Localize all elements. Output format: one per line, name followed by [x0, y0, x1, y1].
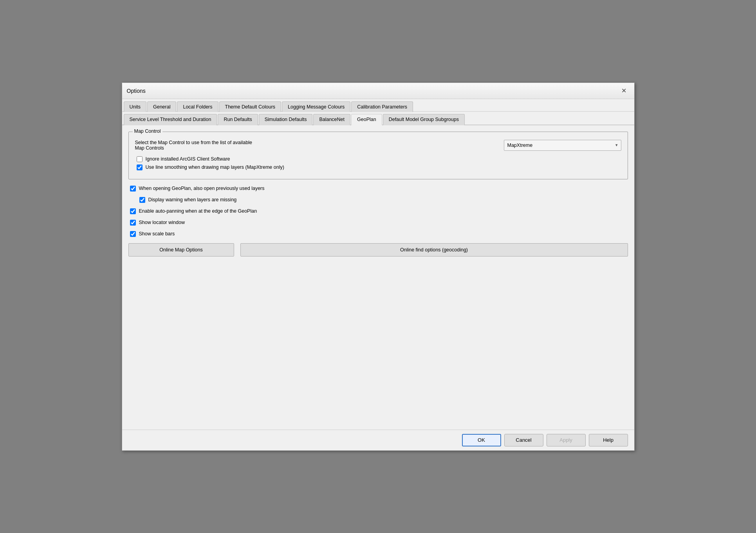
apply-button[interactable]: Apply [547, 434, 586, 446]
auto-panning-row: Enable auto-panning when at the edge of … [130, 208, 628, 214]
tab-logging-message-colours[interactable]: Logging Message Colours [282, 101, 350, 112]
show-locator-label[interactable]: Show locator window [139, 220, 185, 225]
display-warning-checkbox[interactable] [139, 197, 145, 203]
line-smoothing-row: Use line smoothing when drawing map laye… [137, 164, 621, 170]
tab-service-level[interactable]: Service Level Threshold and Duration [124, 114, 217, 125]
open-layers-label[interactable]: When opening GeoPlan, also open previous… [139, 186, 265, 191]
display-warning-label[interactable]: Display warning when layers are missing [148, 197, 237, 202]
tab-units[interactable]: Units [124, 101, 146, 112]
open-layers-checkbox[interactable] [130, 186, 136, 192]
tabs-row-2: Service Level Threshold and Duration Run… [122, 112, 634, 125]
ok-button[interactable]: OK [462, 434, 501, 446]
tabs-row-1: Units General Local Folders Theme Defaul… [122, 99, 634, 112]
open-layers-row: When opening GeoPlan, also open previous… [130, 186, 628, 192]
tab-local-folders[interactable]: Local Folders [177, 101, 218, 112]
close-button[interactable]: ✕ [619, 86, 630, 96]
tab-simulation-defaults[interactable]: Simulation Defaults [259, 114, 313, 125]
line-smoothing-checkbox[interactable] [137, 164, 143, 170]
tab-run-defaults[interactable]: Run Defaults [218, 114, 258, 125]
tab-balance-net[interactable]: BalanceNet [313, 114, 350, 125]
map-control-dropdown[interactable]: MapXtreme ▾ [504, 140, 621, 151]
dropdown-arrow-icon: ▾ [615, 143, 618, 148]
map-control-group-title: Map Control [133, 128, 162, 134]
ignore-arcgis-checkbox[interactable] [137, 156, 143, 162]
dialog-title: Options [127, 88, 146, 94]
action-buttons-row: Online Map Options Online find options (… [128, 243, 628, 257]
show-locator-checkbox[interactable] [130, 220, 136, 226]
content-area: Map Control Select the Map Control to us… [122, 125, 634, 430]
help-button[interactable]: Help [589, 434, 628, 446]
tab-calibration-parameters[interactable]: Calibration Parameters [351, 101, 413, 112]
online-find-options-button[interactable]: Online find options (geocoding) [240, 243, 628, 257]
online-map-options-button[interactable]: Online Map Options [128, 243, 234, 257]
map-control-group: Map Control Select the Map Control to us… [128, 132, 628, 179]
show-scale-row: Show scale bars [130, 231, 628, 237]
show-locator-row: Show locator window [130, 220, 628, 226]
ignore-arcgis-row: Ignore installed ArcGIS Client Software [137, 156, 621, 162]
display-warning-row: Display warning when layers are missing [139, 197, 628, 203]
show-scale-label[interactable]: Show scale bars [139, 231, 175, 237]
line-smoothing-label[interactable]: Use line smoothing when drawing map laye… [146, 164, 284, 170]
tab-default-model-group-subgroups[interactable]: Default Model Group Subgroups [383, 114, 465, 125]
ignore-arcgis-label[interactable]: Ignore installed ArcGIS Client Software [146, 156, 230, 162]
tab-geoplan[interactable]: GeoPlan [351, 114, 382, 125]
tab-general[interactable]: General [147, 101, 176, 112]
title-bar: Options ✕ [122, 83, 634, 99]
auto-panning-label[interactable]: Enable auto-panning when at the edge of … [139, 208, 257, 214]
auto-panning-checkbox[interactable] [130, 208, 136, 214]
map-control-description: Select the Map Control to use from the l… [135, 140, 496, 151]
tab-theme-default-colours[interactable]: Theme Default Colours [219, 101, 281, 112]
footer: OK Cancel Apply Help [122, 430, 634, 450]
cancel-button[interactable]: Cancel [504, 434, 543, 446]
map-control-row: Select the Map Control to use from the l… [135, 140, 621, 151]
options-dialog: Options ✕ Units General Local Folders Th… [122, 83, 635, 451]
section-checkboxes: When opening GeoPlan, also open previous… [128, 186, 628, 237]
show-scale-checkbox[interactable] [130, 231, 136, 237]
